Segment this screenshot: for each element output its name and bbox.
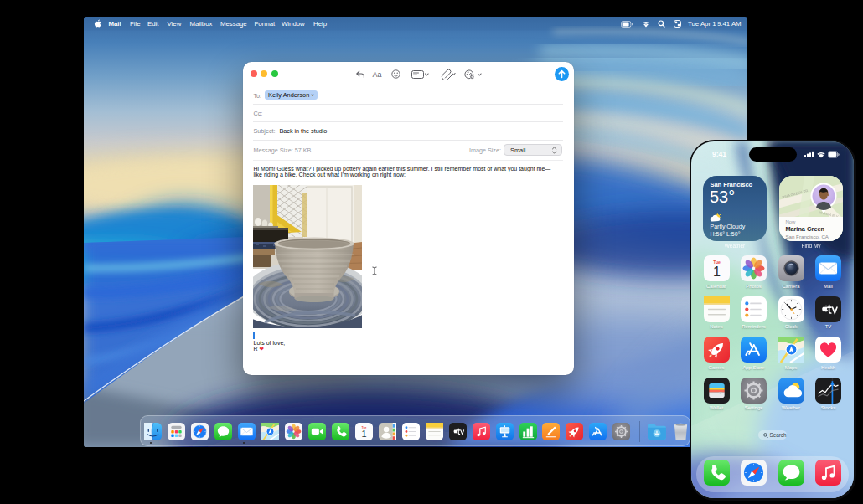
svg-text:1: 1 — [361, 428, 366, 438]
svg-text:1: 1 — [712, 264, 720, 279]
